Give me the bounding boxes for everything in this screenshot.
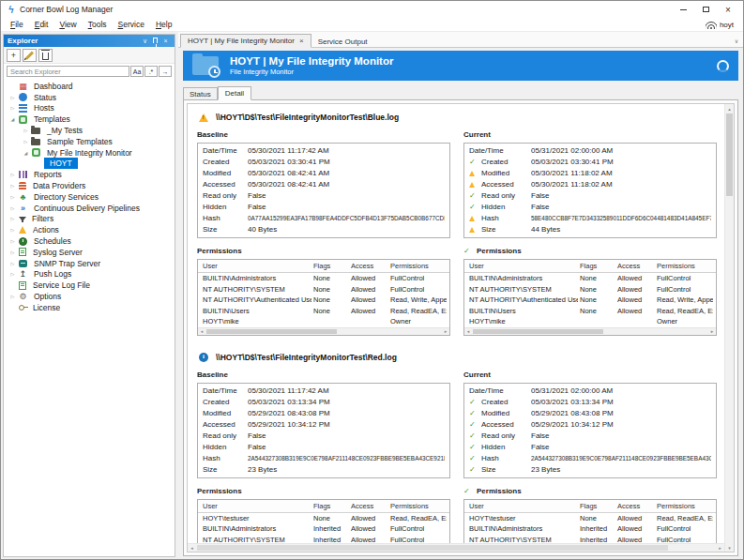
tree-item-sample-templates[interactable]: ▷Sample Templates bbox=[4, 136, 175, 147]
property-label: Read only bbox=[203, 190, 236, 202]
document-tab-hoyt-my-file-integrity-monitor[interactable]: HOYT | My File Integrity Monitor× bbox=[180, 34, 311, 48]
tree-item-status[interactable]: ▷Status bbox=[4, 92, 175, 103]
minimize-button[interactable] bbox=[672, 1, 694, 18]
search-input[interactable] bbox=[7, 66, 129, 77]
menu-item-tools[interactable]: Tools bbox=[83, 20, 113, 29]
scrollbar-thumb[interactable] bbox=[197, 545, 668, 551]
tree-expander-icon[interactable]: ◢ bbox=[8, 116, 18, 122]
tab-list-chevron-icon[interactable]: ∨ bbox=[730, 38, 743, 47]
permission-cell: Allowed bbox=[349, 295, 388, 306]
close-panel-button[interactable]: × bbox=[160, 38, 171, 44]
tree-item-syslog-server[interactable]: ▷Syslog Server bbox=[4, 247, 175, 258]
search-go-button[interactable]: → bbox=[159, 66, 172, 77]
tree-expander-icon[interactable]: ▷ bbox=[8, 216, 18, 221]
tree-item-templates[interactable]: ◢Templates bbox=[4, 114, 175, 125]
tree-item-label: Sample Templates bbox=[44, 137, 115, 146]
column-header-flags: Flags bbox=[578, 260, 615, 272]
panel-menu-chevron-icon[interactable]: ∨ bbox=[140, 38, 150, 45]
pin-panel-button[interactable] bbox=[150, 38, 160, 44]
permission-cell: Read, Write, Append, ReadEA, WriteEA, Ex bbox=[655, 295, 713, 306]
tree-item-directory-services[interactable]: ▷Directory Services bbox=[4, 191, 175, 203]
table-horizontal-scrollbar[interactable]: ◂▸ bbox=[198, 327, 449, 335]
tree-item-options[interactable]: ▷Options bbox=[4, 291, 175, 302]
tree-item-filters[interactable]: ▷Filters bbox=[4, 214, 175, 225]
permission-row: NT AUTHORITY\SYSTEMInheritedAllowedFullC… bbox=[464, 535, 716, 544]
scroll-left-icon[interactable]: ◂ bbox=[188, 544, 196, 552]
edit-button[interactable] bbox=[23, 49, 37, 62]
file-section: \\HOYT\D$\Test\FileIntegrityMonitorTest\… bbox=[197, 107, 717, 336]
horizontal-scrollbar[interactable]: ◂ ▸ bbox=[188, 543, 724, 552]
maximize-button[interactable] bbox=[694, 1, 717, 18]
tree-item-snmp-trap-server[interactable]: ▷SNMP Trap Server bbox=[4, 258, 175, 269]
tree-item-data-providers[interactable]: ▷Data Providers bbox=[4, 180, 175, 191]
explorer-toolbar: + bbox=[4, 47, 175, 64]
tree-item-hosts[interactable]: ▷Hosts bbox=[4, 103, 175, 114]
schedules-icon bbox=[19, 237, 27, 246]
scroll-right-icon[interactable]: ▸ bbox=[716, 544, 724, 552]
delete-button[interactable] bbox=[38, 49, 53, 62]
scroll-right-icon[interactable]: ▸ bbox=[442, 328, 449, 335]
menu-item-help[interactable]: Help bbox=[150, 20, 177, 29]
column-header-user: User bbox=[201, 260, 311, 272]
tree-item-label: SNMP Trap Server bbox=[31, 259, 103, 268]
tree-item-my-file-integrity-monitor[interactable]: ◢My File Integrity Monitor bbox=[4, 147, 175, 159]
tree-item-reports[interactable]: ▷Reports bbox=[4, 169, 175, 180]
close-button[interactable]: × bbox=[717, 1, 739, 18]
tree-item-schedules[interactable]: ▷Schedules bbox=[4, 235, 175, 247]
tree-expander-icon[interactable]: ▷ bbox=[8, 194, 18, 200]
tree-item-label: Filters bbox=[29, 214, 56, 223]
document-tab-service-output[interactable]: Service Output bbox=[311, 36, 374, 48]
pipelines-icon bbox=[18, 204, 28, 213]
tree-expander-icon[interactable]: ▷ bbox=[8, 271, 18, 277]
tree-expander-icon[interactable]: ▷ bbox=[21, 128, 31, 133]
scrollbar-thumb[interactable] bbox=[726, 114, 733, 196]
scroll-down-icon[interactable]: ▾ bbox=[725, 543, 734, 552]
tree-item-hoyt[interactable]: HOYT bbox=[4, 159, 175, 170]
tree-item-actions[interactable]: ▷Actions bbox=[4, 224, 175, 235]
tree-expander-icon[interactable]: ▷ bbox=[8, 261, 18, 266]
regex-button[interactable]: .* bbox=[144, 66, 158, 77]
permissions-title: Permissions bbox=[197, 247, 450, 255]
menu-item-edit[interactable]: Edit bbox=[29, 20, 54, 29]
permission-cell: FullControl bbox=[655, 273, 713, 284]
scroll-up-icon[interactable]: ▴ bbox=[725, 104, 734, 113]
tree-item-push-logs[interactable]: ▷Push Logs bbox=[4, 269, 175, 280]
tab-detail[interactable]: Detail bbox=[218, 86, 251, 100]
close-tab-icon[interactable]: × bbox=[299, 37, 304, 45]
check-icon: ✓ bbox=[469, 419, 481, 431]
tree-expander-icon[interactable]: ▷ bbox=[8, 183, 18, 189]
menu-item-file[interactable]: File bbox=[5, 20, 29, 29]
scrollbar-thumb[interactable] bbox=[206, 329, 337, 334]
tree-expander-icon[interactable]: ▷ bbox=[8, 250, 18, 255]
scroll-left-icon[interactable]: ◂ bbox=[198, 328, 205, 335]
tree-expander-icon[interactable]: ◢ bbox=[21, 150, 31, 156]
vertical-scrollbar[interactable]: ▴ ▾ bbox=[724, 104, 734, 552]
detail-scrollpanel: \\HOYT\D$\Test\FileIntegrityMonitorTest\… bbox=[187, 103, 735, 552]
table-horizontal-scrollbar[interactable]: ◂▸ bbox=[464, 327, 716, 335]
tree-expander-icon[interactable]: ▷ bbox=[8, 105, 18, 111]
tree-expander-icon[interactable]: ▷ bbox=[8, 172, 18, 177]
permission-cell: NT AUTHORITY\Authenticated Users bbox=[201, 295, 311, 306]
property-row: ✓Created05/03/2021 03:30:41 PM bbox=[464, 157, 716, 168]
scrollbar-thumb[interactable] bbox=[473, 329, 603, 334]
tree-item-license[interactable]: License bbox=[4, 302, 175, 313]
explorer-tree: Dashboard▷Status▷Hosts◢Templates▷_My Tes… bbox=[4, 79, 175, 556]
tree-item-continuous-delivery-pipelines[interactable]: ▷Continuous Delivery Pipelines bbox=[4, 203, 175, 214]
menu-item-view[interactable]: View bbox=[53, 20, 82, 29]
permission-cell: None bbox=[311, 273, 349, 284]
tree-item-my-tests[interactable]: ▷_My Tests bbox=[4, 125, 175, 136]
tab-status[interactable]: Status bbox=[183, 87, 218, 100]
scroll-right-icon[interactable]: ▸ bbox=[708, 328, 716, 335]
menu-item-service[interactable]: Service bbox=[113, 20, 150, 29]
tree-expander-icon[interactable]: ▷ bbox=[21, 139, 31, 144]
tree-expander-icon[interactable]: ▷ bbox=[8, 227, 18, 233]
tree-expander-icon[interactable]: ▷ bbox=[8, 294, 18, 299]
add-button[interactable]: + bbox=[7, 49, 21, 62]
scroll-left-icon[interactable]: ◂ bbox=[464, 328, 472, 335]
tree-expander-icon[interactable]: ▷ bbox=[8, 205, 18, 211]
tree-expander-icon[interactable]: ▷ bbox=[8, 238, 18, 244]
tree-item-dashboard[interactable]: Dashboard bbox=[4, 81, 175, 92]
tree-expander-icon[interactable]: ▷ bbox=[8, 95, 18, 100]
tree-item-service-log-file[interactable]: Service Log File bbox=[4, 280, 175, 291]
match-case-button[interactable]: Aa bbox=[130, 66, 144, 77]
